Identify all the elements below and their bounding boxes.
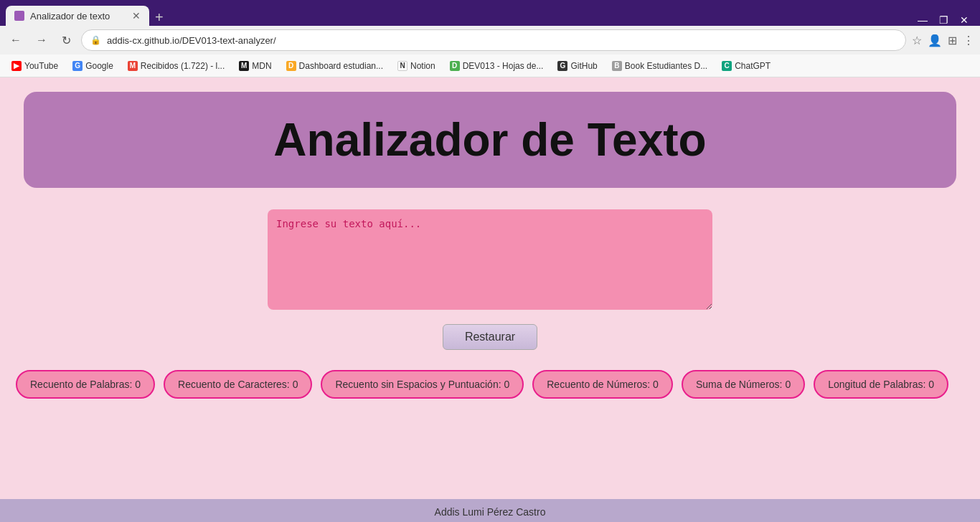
bookmark-google-label: Google <box>85 61 113 71</box>
restore-button[interactable]: Restaurar <box>443 324 537 350</box>
page-content: Analizador de Texto Restaurar Recuento d… <box>0 77 980 499</box>
youtube-favicon: ▶ <box>11 61 22 71</box>
bookmark-dev013-label: DEV013 - Hojas de... <box>463 61 544 71</box>
profile-icon[interactable]: 👤 <box>928 34 942 47</box>
bookmark-star-icon[interactable]: ☆ <box>912 34 922 47</box>
page-title: Analizador de Texto <box>52 113 928 166</box>
bookmark-github[interactable]: G GitHub <box>552 59 603 73</box>
nav-right-icons: ☆ 👤 ⊞ ⋮ <box>912 34 974 47</box>
bookmark-dashboard[interactable]: D Dashboard estudian... <box>281 59 389 73</box>
bookmark-github-label: GitHub <box>570 61 597 71</box>
bookmark-dev013[interactable]: D DEV013 - Hojas de... <box>444 59 550 73</box>
bookmark-dashboard-label: Dashboard estudian... <box>299 61 383 71</box>
bookmark-gmail[interactable]: M Recibidos (1.722) - l... <box>122 59 230 73</box>
maximize-button[interactable]: ❐ <box>939 14 948 26</box>
num-count-badge: Recuento de Números: 0 <box>532 370 673 399</box>
close-window-button[interactable]: ✕ <box>960 14 969 26</box>
word-count-badge: Recuento de Palabras: 0 <box>16 370 155 399</box>
bookmark-book[interactable]: B Book Estudiantes D... <box>606 59 713 73</box>
menu-icon[interactable]: ⋮ <box>963 34 974 47</box>
bookmark-book-label: Book Estudiantes D... <box>625 61 707 71</box>
char-count-badge: Recuento de Caracteres: 0 <box>164 370 312 399</box>
tab-close-button[interactable]: ✕ <box>132 10 141 22</box>
text-input[interactable] <box>268 209 712 310</box>
bookmark-google[interactable]: G Google <box>67 59 119 73</box>
back-button[interactable]: ← <box>6 31 26 49</box>
minimize-button[interactable]: — <box>918 14 928 26</box>
bookmark-youtube-label: YouTube <box>24 61 58 71</box>
extensions-icon[interactable]: ⊞ <box>948 34 957 47</box>
no-space-count-badge: Recuento sin Espacios y Puntuación: 0 <box>321 370 524 399</box>
mdn-favicon: M <box>239 61 249 71</box>
bookmark-mdn-label: MDN <box>252 61 271 71</box>
stats-row: Recuento de Palabras: 0 Recuento de Cara… <box>11 367 969 402</box>
num-sum-badge: Suma de Números: 0 <box>682 370 805 399</box>
google-favicon: G <box>72 61 83 71</box>
navigation-bar: ← → ↻ 🔒 ☆ 👤 ⊞ ⋮ <box>0 26 980 54</box>
new-tab-button[interactable]: + <box>149 9 169 26</box>
dev013-favicon: D <box>450 61 460 71</box>
lock-icon: 🔒 <box>90 35 101 45</box>
page-footer: Addis Lumi Pérez Castro <box>0 499 980 522</box>
tab-title: Analizador de texto <box>30 11 110 22</box>
bookmark-youtube[interactable]: ▶ YouTube <box>6 59 64 73</box>
reload-button[interactable]: ↻ <box>57 31 75 50</box>
word-length-badge: Longitud de Palabras: 0 <box>814 370 948 399</box>
hero-banner: Analizador de Texto <box>24 92 956 188</box>
dashboard-favicon: D <box>286 61 296 71</box>
url-input[interactable] <box>107 35 897 46</box>
chatgpt-favicon: C <box>722 61 732 71</box>
tab-favicon <box>14 11 24 21</box>
bookmarks-bar: ▶ YouTube G Google M Recibidos (1.722) -… <box>0 54 980 77</box>
bookmark-chatgpt[interactable]: C ChatGPT <box>716 59 776 73</box>
bookmark-notion[interactable]: N Notion <box>392 59 441 73</box>
url-bar[interactable]: 🔒 <box>81 29 906 51</box>
textarea-container <box>268 209 712 313</box>
github-favicon: G <box>557 61 567 71</box>
active-tab[interactable]: Analizador de texto ✕ <box>6 6 149 26</box>
bookmark-mdn[interactable]: M MDN <box>233 59 277 73</box>
window-controls: — ❐ ✕ <box>918 14 974 26</box>
bookmark-chatgpt-label: ChatGPT <box>735 61 771 71</box>
book-favicon: B <box>612 61 622 71</box>
gmail-favicon: M <box>128 61 138 71</box>
bookmark-gmail-label: Recibidos (1.722) - l... <box>141 61 225 71</box>
bookmark-notion-label: Notion <box>410 61 435 71</box>
footer-text: Addis Lumi Pérez Castro <box>435 506 546 518</box>
notion-favicon: N <box>397 61 407 71</box>
forward-button[interactable]: → <box>32 31 52 49</box>
